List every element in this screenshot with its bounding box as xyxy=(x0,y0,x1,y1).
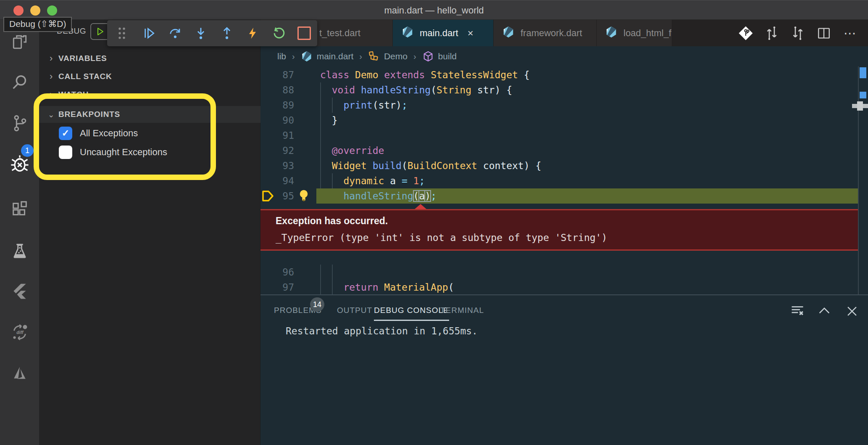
breadcrumb-demo[interactable]: Demo xyxy=(368,50,408,62)
line-number[interactable]: 94 xyxy=(260,173,294,188)
tab-framework-dart[interactable]: framework.dart xyxy=(494,20,597,46)
step-out-button[interactable] xyxy=(214,20,240,46)
line-number[interactable]: 90 xyxy=(260,113,294,128)
tab-terminal[interactable]: TERMINAL xyxy=(440,301,484,320)
code-text[interactable]: @override xyxy=(320,143,384,158)
tab-load-html-file[interactable]: load_html_file_ta xyxy=(597,20,672,46)
compare-changes-icon[interactable] xyxy=(759,20,785,46)
search-icon[interactable] xyxy=(0,67,39,98)
drag-handle-icon[interactable] xyxy=(107,20,136,46)
line-number[interactable]: 89 xyxy=(260,98,294,113)
line-number[interactable]: 88 xyxy=(260,82,294,98)
exception-message: _TypeError (type 'int' is not a subtype … xyxy=(276,232,607,243)
flutter-icon[interactable] xyxy=(0,276,39,307)
collapse-panel-icon[interactable] xyxy=(816,303,833,320)
code-line[interactable]: 87class Demo extends StatelessWidget { xyxy=(260,67,858,82)
editor-actions: ⋯ xyxy=(672,20,868,46)
run-and-debug-icon[interactable] xyxy=(0,149,39,179)
section-watch[interactable]: › WATCH xyxy=(39,86,260,103)
close-tab-icon[interactable]: × xyxy=(468,27,473,39)
code-line[interactable]: 93 Widget build(BuildContext context) { xyxy=(260,158,858,173)
checkbox-checked[interactable]: ✓ xyxy=(59,127,72,140)
code-line[interactable]: 91 xyxy=(260,128,858,143)
overview-ruler xyxy=(858,66,859,294)
extensions-icon[interactable] xyxy=(0,194,39,224)
debug-toolbar xyxy=(107,20,317,46)
class-symbol-icon xyxy=(368,50,380,62)
source-control-icon[interactable] xyxy=(0,108,39,138)
breadcrumb-build[interactable]: build xyxy=(422,50,457,62)
split-editor-icon[interactable] xyxy=(811,20,837,46)
ruler-mark xyxy=(860,67,866,78)
chevron-down-icon: ⌄ xyxy=(44,110,58,119)
code-editor[interactable]: 87class Demo extends StatelessWidget {88… xyxy=(260,66,868,294)
dart-file-icon xyxy=(401,26,414,41)
tab-main-dart[interactable]: main.dart × xyxy=(393,20,494,46)
diff-tool-icon[interactable]: diff xyxy=(0,317,39,347)
exception-banner: Exception has occurred. _TypeError (type… xyxy=(260,209,858,251)
close-panel-icon[interactable] xyxy=(844,303,860,320)
code-text[interactable]: dynamic a = 1; xyxy=(320,173,425,188)
azure-icon[interactable] xyxy=(0,358,39,388)
breadcrumb-lib[interactable]: lib xyxy=(277,51,286,61)
step-over-button[interactable] xyxy=(162,20,188,46)
breadcrumb: lib › main.dart › D xyxy=(260,46,868,66)
code-line[interactable]: 88 void handleString(String str) { xyxy=(260,82,858,98)
breakpoint-item[interactable]: Uncaught Exceptions xyxy=(39,143,260,162)
code-text[interactable]: handleString(a); xyxy=(320,188,437,204)
bottom-panel: PROBLEMS 14 OUTPUT DEBUG CONSOLE TERMINA… xyxy=(260,294,868,445)
debug-sidebar: DEBUG › VARIABLES › CALL STACK › WATCH ⌄… xyxy=(39,20,260,445)
clear-console-icon[interactable] xyxy=(789,303,806,320)
dart-file-icon xyxy=(605,26,618,41)
code-line[interactable]: 92 @override xyxy=(260,143,858,158)
line-number[interactable]: 97 xyxy=(260,280,294,295)
chevron-right-icon: › xyxy=(44,89,58,100)
code-line[interactable]: 94 dynamic a = 1; xyxy=(260,173,858,188)
tab-output[interactable]: OUTPUT xyxy=(337,301,372,320)
vscode-window: main.dart — hello_world Debug (⇧⌘D) xyxy=(0,0,868,445)
code-line[interactable]: 89 print(str); xyxy=(260,98,858,113)
breadcrumb-main-dart[interactable]: main.dart xyxy=(301,50,354,62)
svg-text:diff: diff xyxy=(16,330,24,335)
code-line[interactable]: 95 handleString(a); xyxy=(316,188,858,204)
source-control-badge: 1 xyxy=(21,144,34,157)
method-symbol-icon xyxy=(422,50,434,62)
compare-changes-alt-icon[interactable] xyxy=(785,20,811,46)
line-number[interactable]: 92 xyxy=(260,143,294,158)
code-text[interactable]: print(str); xyxy=(320,98,408,113)
code-line[interactable]: 96 xyxy=(260,265,858,280)
restart-button[interactable] xyxy=(266,20,292,46)
code-text[interactable]: return MaterialApp( xyxy=(320,280,454,295)
gitlens-compare-icon[interactable] xyxy=(733,20,759,46)
code-text[interactable]: void handleString(String str) { xyxy=(320,82,512,98)
exception-title: Exception has occurred. xyxy=(276,215,388,227)
tab-debug-console[interactable]: DEBUG CONSOLE xyxy=(374,301,449,321)
step-into-button[interactable] xyxy=(188,20,214,46)
ruler-handle[interactable] xyxy=(857,101,863,111)
lightbulb-icon[interactable] xyxy=(297,189,310,204)
continue-button[interactable] xyxy=(136,20,162,46)
breakpoint-item[interactable]: ✓All Exceptions xyxy=(39,124,260,143)
more-actions-icon[interactable]: ⋯ xyxy=(837,20,863,46)
testing-beaker-icon[interactable] xyxy=(0,236,39,266)
section-variables[interactable]: › VARIABLES xyxy=(39,50,260,67)
line-number[interactable]: 91 xyxy=(260,128,294,143)
line-number[interactable]: 93 xyxy=(260,158,294,173)
code-text[interactable]: } xyxy=(320,113,338,128)
window-title: main.dart — hello_world xyxy=(0,0,868,20)
code-line[interactable]: 90 } xyxy=(260,113,858,128)
hot-reload-button[interactable] xyxy=(240,20,266,46)
code-line[interactable]: 97 return MaterialApp( xyxy=(260,280,858,295)
chevron-right-icon: › xyxy=(44,71,58,82)
line-number[interactable]: 87 xyxy=(260,67,294,82)
activity-bar: diff 1 xyxy=(0,20,39,445)
code-text[interactable]: class Demo extends StatelessWidget { xyxy=(320,67,530,82)
code-text[interactable]: Widget build(BuildContext context) { xyxy=(320,158,541,173)
section-call-stack[interactable]: › CALL STACK xyxy=(39,68,260,85)
stop-button[interactable] xyxy=(292,20,318,46)
line-number[interactable]: 96 xyxy=(260,265,294,280)
checkbox-unchecked[interactable] xyxy=(59,146,72,159)
section-breakpoints[interactable]: ⌄ BREAKPOINTS xyxy=(39,106,260,123)
breakpoint-label: Uncaught Exceptions xyxy=(80,147,167,158)
dart-file-icon xyxy=(502,26,515,41)
